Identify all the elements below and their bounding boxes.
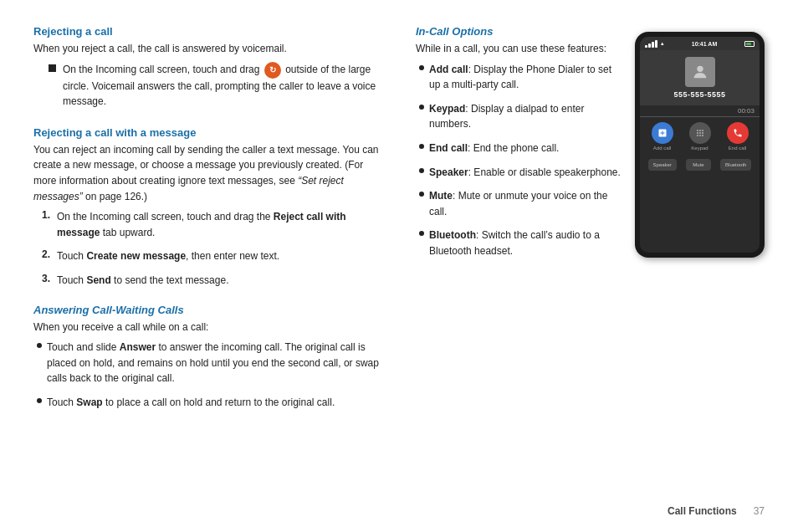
phone-btn-row1: Add call Keypad	[640, 117, 760, 156]
right-bullet6: Bluetooth: Switch the call’s audio to a …	[429, 228, 623, 258]
add-call-icon	[657, 128, 668, 138]
step3-text: Touch Send to send the text message.	[57, 273, 228, 289]
right-section1-para1: While in a call, you can use these featu…	[416, 41, 623, 57]
signal-icons: ▴	[645, 40, 664, 48]
phone-mockup: ▴ 10:41 AM	[635, 32, 765, 258]
svg-point-4	[697, 132, 698, 134]
mute-btn[interactable]: Mute	[686, 159, 711, 171]
drag-icon: ↻	[264, 62, 281, 79]
right-bullet2: Keypad: Display a dialpad to enter numbe…	[429, 101, 623, 132]
right-bullet2-icon	[419, 105, 424, 110]
svg-point-9	[702, 135, 703, 136]
section2-title: Rejecting a call with a message	[33, 126, 382, 139]
phone-screen: ▴ 10:41 AM	[640, 37, 760, 253]
step3-label: 3.	[42, 273, 50, 294]
section3-para1: When you receive a call while on a call:	[33, 320, 382, 335]
svg-point-1	[697, 130, 698, 131]
section1-para1: When you reject a call, the call is answ…	[33, 41, 382, 57]
add-call-label: Add call	[653, 146, 671, 151]
right-bullet6-icon	[419, 231, 424, 236]
section3-bullet1: Touch and slide Answer to answer the inc…	[47, 340, 382, 386]
right-bullet4-icon	[419, 168, 424, 173]
phone-caller-area: 555-555-5555	[640, 50, 760, 105]
bullet-round-icon1	[37, 343, 42, 348]
phone-timer: 00:03	[640, 105, 760, 116]
footer-page: 37	[754, 505, 765, 517]
person-icon	[691, 63, 709, 81]
step1-label: 1.	[42, 209, 50, 245]
section1-title: Rejecting a call	[33, 25, 382, 38]
right-bullet5: Mute: Mute or unmute your voice on the c…	[429, 188, 623, 219]
svg-point-2	[699, 130, 701, 131]
svg-point-0	[697, 66, 703, 72]
right-bullet1-icon	[419, 65, 424, 70]
end-call-label: End call	[729, 146, 746, 151]
bluetooth-btn[interactable]: Bluetooth	[720, 159, 751, 171]
right-bullet4: Speaker: Enable or disable speakerphone.	[429, 165, 621, 181]
speaker-btn[interactable]: Speaker	[648, 159, 677, 171]
svg-point-5	[699, 132, 701, 134]
keypad-label: Keypad	[691, 146, 708, 151]
phone-avatar	[685, 57, 715, 87]
end-call-icon	[733, 128, 743, 138]
step2-label: 2.	[42, 248, 50, 269]
step1-text: On the Incoming call screen, touch and d…	[57, 209, 382, 240]
keypad-icon	[695, 128, 705, 138]
battery-icon	[744, 41, 755, 47]
section1-bullet1: On the Incoming call screen, touch and d…	[63, 62, 382, 110]
svg-point-3	[702, 130, 703, 131]
right-section1-title: In-Call Options	[416, 25, 623, 38]
section3-title: Answering Call-Waiting Calls	[33, 304, 382, 316]
right-bullet1: Add call: Display the Phone Dialer to se…	[429, 62, 623, 93]
step2-text: Touch Create new message, then enter new…	[57, 248, 279, 264]
section3-bullet2: Touch Swap to place a call on hold and r…	[47, 395, 335, 411]
add-call-btn[interactable]: Add call	[652, 122, 673, 151]
footer-label: Call Functions	[668, 505, 737, 517]
right-bullet3: End call: End the phone call.	[429, 141, 559, 156]
status-bar-time: 10:41 AM	[692, 41, 717, 47]
phone-btn-row2: Speaker Mute Bluetooth	[640, 156, 760, 174]
end-call-btn[interactable]: End call	[727, 122, 749, 151]
right-bullet3-icon	[419, 144, 424, 149]
right-bullet5-icon	[419, 192, 424, 197]
phone-number: 555-555-5555	[673, 90, 725, 99]
bullet-round-icon2	[37, 398, 42, 403]
bullet-square-icon	[49, 64, 56, 72]
svg-point-8	[699, 135, 701, 136]
phone-status-bar: ▴ 10:41 AM	[640, 37, 760, 50]
keypad-btn[interactable]: Keypad	[689, 122, 711, 151]
section2-para1: You can reject an incoming call by sendi…	[33, 142, 382, 204]
footer: Call Functions 37	[668, 505, 765, 517]
svg-point-6	[702, 132, 703, 134]
svg-point-7	[697, 135, 698, 136]
